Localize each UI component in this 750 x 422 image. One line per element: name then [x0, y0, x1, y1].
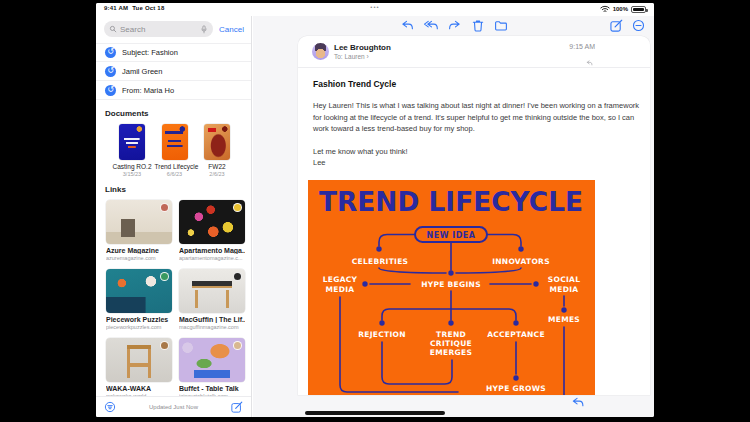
filter-icon: [104, 401, 116, 413]
node-social-media: MEDIA: [550, 285, 579, 294]
message-body: Hey Lauren! This is what I was talking a…: [313, 100, 640, 169]
connector: [456, 268, 521, 273]
node-celebrities: CELEBRITIES: [352, 257, 409, 266]
sender-name: Lee Broughton: [334, 43, 391, 52]
reply-all-icon: [423, 19, 438, 32]
node-legacy-media: LEGACY: [323, 275, 358, 284]
link-buffet-table-talk[interactable]: Buffet - Table Talk joinourtabletalk.com: [179, 338, 245, 399]
battery-icon: [631, 6, 646, 13]
reply-all-button[interactable]: [423, 19, 438, 32]
site-avatar: [233, 203, 242, 212]
node-social-media: SOCIAL: [548, 275, 580, 284]
reply-icon: [400, 19, 413, 32]
forward-button[interactable]: [448, 19, 461, 32]
connector: [382, 309, 516, 320]
battery-percent: 100%: [613, 6, 628, 12]
history-icon: ↺: [105, 47, 116, 58]
node-innovators: INNOVATORS: [492, 257, 550, 266]
reading-pane: Lee Broughton To: Lauren › 9:15 AM Fashi…: [253, 16, 654, 417]
search-field[interactable]: [104, 21, 213, 37]
node-dot: [362, 281, 367, 286]
mic-icon[interactable]: [200, 25, 208, 34]
header-divider: [298, 67, 650, 68]
reply-indicator-icon: [586, 53, 593, 71]
link-thumbnail: [179, 200, 245, 244]
cancel-button[interactable]: Cancel: [219, 25, 244, 34]
status-date: Tue Oct 18: [132, 5, 164, 11]
minus-circle-icon: [632, 19, 645, 32]
node-rejection: REJECTION: [358, 330, 406, 339]
link-thumbnail: [106, 338, 172, 382]
node-memes: MEMES: [548, 315, 580, 324]
search-suggestions: ↺ Subject: Fashion ↺ Jamil Green ↺ From:…: [96, 43, 251, 100]
trash-button[interactable]: [471, 19, 484, 32]
node-trend-critique: EMERGES: [430, 348, 472, 357]
link-thumbnail: [106, 200, 172, 244]
link-thumbnail: [179, 338, 245, 382]
document-fw22[interactable]: FW22 2/6/23: [197, 124, 237, 177]
minimize-button[interactable]: [632, 19, 645, 32]
link-piecework-puzzles[interactable]: Piecework Puzzles pieceworkpuzzles.com: [106, 269, 172, 330]
trend-lifecycle-diagram[interactable]: TREND LIFECYCLE NEW IDEA CELEBRITIES INN…: [308, 180, 595, 395]
status-bar: 9:41 AMTue Oct 18 ••• 100%: [96, 3, 654, 16]
reply-button[interactable]: [400, 19, 413, 32]
search-input[interactable]: [120, 25, 197, 34]
message-time: 9:15 AM: [569, 43, 595, 50]
compose-icon: [231, 401, 243, 413]
link-apartamento-magazine[interactable]: Apartamento Maga... apartamentomagazine.…: [179, 200, 245, 261]
node-dot: [518, 246, 523, 251]
link-thumbnail: [179, 269, 245, 313]
node-dot: [379, 320, 384, 325]
node-dot: [513, 375, 518, 380]
site-avatar: [233, 341, 242, 350]
suggestion-from-maria-ho[interactable]: ↺ From: Maria Ho: [96, 81, 251, 100]
filter-button[interactable]: [104, 401, 116, 413]
forward-icon: [448, 19, 461, 32]
node-new-idea: NEW IDEA: [426, 231, 475, 240]
message-header[interactable]: Lee Broughton To: Lauren › 9:15 AM: [298, 36, 650, 67]
node-dot: [448, 320, 453, 325]
node-dot: [561, 307, 566, 312]
diagram-title: TREND LIFECYCLE: [319, 187, 583, 217]
sender-avatar: [312, 43, 329, 60]
message-toolbar: [253, 16, 654, 36]
connector: [487, 235, 521, 247]
node-dot: [376, 246, 381, 251]
site-avatar: [160, 203, 169, 212]
mail-app-screen: 9:41 AMTue Oct 18 ••• 100% Cancel: [96, 3, 654, 417]
suggestion-subject-fashion[interactable]: ↺ Subject: Fashion: [96, 43, 251, 62]
node-dot: [448, 270, 453, 275]
compose-icon: [610, 19, 623, 32]
recipient-line: To: Lauren ›: [334, 53, 369, 60]
connector: [379, 235, 415, 247]
node-legacy-media: MEDIA: [326, 285, 355, 294]
home-indicator[interactable]: [305, 411, 445, 415]
site-avatar: [233, 272, 242, 281]
link-waka-waka[interactable]: WAKA-WAKA wakawaka.world: [106, 338, 172, 399]
new-message-button[interactable]: [610, 19, 623, 32]
message-card: Lee Broughton To: Lauren › 9:15 AM Fashi…: [298, 36, 650, 395]
link-thumbnail: [106, 269, 172, 313]
document-casting[interactable]: Casting RO.2 3/15/23: [112, 124, 152, 177]
search-icon: [109, 25, 117, 33]
compose-button[interactable]: [231, 401, 243, 413]
node-hype-begins: HYPE BEGINS: [421, 280, 481, 289]
link-macguffin[interactable]: MacGuffin | The Lif... macguffinmagazine…: [179, 269, 245, 330]
window-controls-dots[interactable]: •••: [370, 4, 379, 10]
signature: Lee: [313, 157, 640, 169]
links-grid: Azure Magazine azuremagazine.com Apartam…: [96, 194, 251, 399]
body-paragraph: Let me know what you think!: [313, 146, 640, 158]
quick-reply-button[interactable]: [571, 396, 584, 409]
documents-header: Documents: [96, 109, 251, 118]
status-time-date: 9:41 AMTue Oct 18: [104, 5, 168, 11]
link-azure-magazine[interactable]: Azure Magazine azuremagazine.com: [106, 200, 172, 261]
folder-button[interactable]: [494, 19, 507, 32]
node-trend-critique: TREND: [436, 330, 466, 339]
document-trend-lifecycle[interactable]: Trend Lifecycle 6/6/23: [155, 124, 195, 177]
folder-icon: [494, 19, 507, 32]
document-thumbnail: [119, 124, 145, 160]
suggestion-jamil-green[interactable]: ↺ Jamil Green: [96, 62, 251, 81]
node-trend-critique: CRITIQUE: [430, 339, 472, 348]
sidebar-footer: Updated Just Now: [96, 396, 251, 417]
connector: [379, 268, 446, 273]
